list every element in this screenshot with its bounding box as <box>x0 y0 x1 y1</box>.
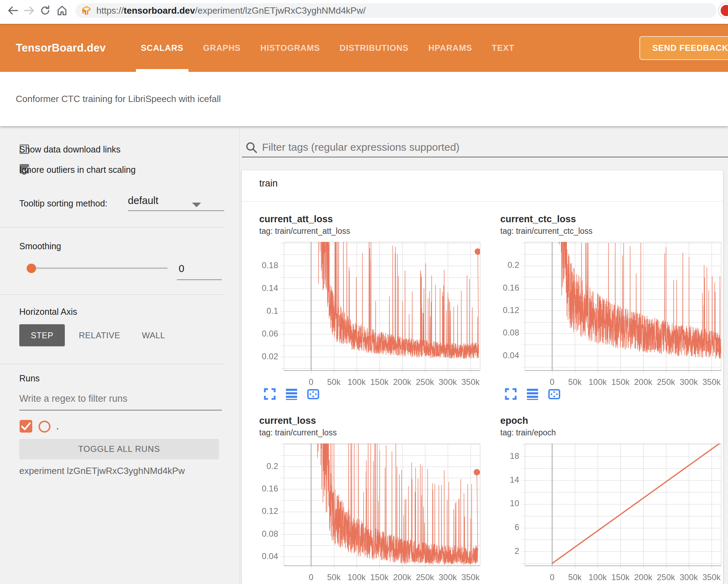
runs-selector-icon[interactable] <box>285 388 298 400</box>
tooltip-select-underline <box>128 210 224 211</box>
chart-current-ctc-loss: current_ctc_loss tag: train/current_ctc_… <box>490 210 725 406</box>
profile-avatar[interactable] <box>718 2 728 19</box>
chart-tag: tag: train/current_loss <box>259 428 337 437</box>
chart-canvas-epoch[interactable] <box>490 439 725 584</box>
card-divider <box>242 201 723 202</box>
runs-regex-underline <box>19 410 222 410</box>
runs-label: Runs <box>19 373 40 383</box>
experiment-title: Conformer CTC training for LibriSpeech w… <box>16 94 221 104</box>
reload-icon[interactable] <box>39 5 51 16</box>
page-root: https://tensorboard.dev/experiment/lzGnE… <box>0 0 728 584</box>
chart-canvas-current-ctc-loss[interactable] <box>490 238 725 386</box>
app-header: TensorBoard.dev SCALARS GRAPHS HISTOGRAM… <box>0 24 728 72</box>
forward-icon[interactable] <box>23 5 35 16</box>
chart-current-loss: current_loss tag: train/current_loss <box>249 411 484 584</box>
tab-text[interactable]: TEXT <box>482 24 524 72</box>
smoothing-slider-track[interactable] <box>31 267 167 269</box>
divider <box>0 294 224 295</box>
app-logo: TensorBoard.dev <box>16 24 106 72</box>
chart-epoch: epoch tag: train/epoch <box>490 411 725 584</box>
filter-tags-row <box>242 138 728 158</box>
chart-tag: tag: train/current_att_loss <box>259 226 350 236</box>
axis-step-button[interactable]: STEP <box>19 324 65 346</box>
checkmark-icon <box>20 420 32 433</box>
run-name: . <box>56 420 59 432</box>
back-icon[interactable] <box>7 5 19 16</box>
chart-current-att-loss: current_att_loss tag: train/current_att_… <box>249 210 484 406</box>
tensorboard-favicon <box>82 6 91 15</box>
chart-canvas-current-loss[interactable] <box>249 439 484 584</box>
tab-scalars[interactable]: SCALARS <box>131 24 193 72</box>
fit-domain-icon[interactable] <box>307 388 320 400</box>
filter-tags-input[interactable] <box>262 139 724 155</box>
chart-toolbar <box>504 388 561 400</box>
expand-chart-icon[interactable] <box>504 388 517 400</box>
run-visible-checkbox[interactable] <box>20 420 32 433</box>
chart-title: current_att_loss <box>259 214 333 225</box>
send-feedback-button[interactable]: SEND FEEDBACK <box>639 36 728 60</box>
tab-distributions[interactable]: DISTRIBUTIONS <box>330 24 418 72</box>
smoothing-label: Smoothing <box>19 241 61 251</box>
profile-avatar-badge <box>721 5 728 16</box>
experiment-subtitle-band: Conformer CTC training for LibriSpeech w… <box>0 72 728 126</box>
run-color-swatch[interactable] <box>39 421 50 433</box>
show-download-links-label: Show data download links <box>19 144 121 155</box>
fit-domain-icon[interactable] <box>548 388 561 400</box>
chart-title: current_ctc_loss <box>500 214 576 225</box>
expand-chart-icon[interactable] <box>263 388 276 400</box>
ignore-outliers-label: Ignore outliers in chart scaling <box>19 165 136 175</box>
settings-sidebar: Show data download links Ignore outliers… <box>0 126 240 584</box>
chart-tag: tag: train/epoch <box>500 428 556 437</box>
smoothing-value[interactable]: 0 <box>179 263 184 274</box>
tab-histograms[interactable]: HISTOGRAMS <box>250 24 330 72</box>
tab-graphs[interactable]: GRAPHS <box>193 24 250 72</box>
filter-tags-underline <box>242 157 728 157</box>
tooltip-sorting-label: Tooltip sorting method: <box>19 198 108 209</box>
divider <box>0 364 224 364</box>
chart-title: current_loss <box>259 415 316 426</box>
url-text: https://tensorboard.dev/experiment/lzGnE… <box>96 5 366 16</box>
horizontal-axis-label: Horizontal Axis <box>19 307 77 317</box>
tooltip-sorting-select[interactable]: default <box>128 195 158 206</box>
browser-toolbar: https://tensorboard.dev/experiment/lzGnE… <box>0 0 728 24</box>
tab-bar: SCALARS GRAPHS HISTOGRAMS DISTRIBUTIONS … <box>131 24 524 72</box>
toggle-all-runs-button[interactable]: TOGGLE ALL RUNS <box>19 439 219 459</box>
chevron-down-icon[interactable] <box>192 203 201 207</box>
chart-toolbar <box>263 388 320 400</box>
axis-wall-button[interactable]: WALL <box>142 324 165 346</box>
tag-group-title: train <box>259 178 278 189</box>
chart-tag: tag: train/current_ctc_loss <box>500 226 592 236</box>
search-icon <box>245 141 258 154</box>
chart-title: epoch <box>500 415 528 426</box>
tab-hparams[interactable]: HPARAMS <box>418 24 482 72</box>
chart-canvas-current-att-loss[interactable] <box>249 238 484 386</box>
divider <box>0 227 224 228</box>
smoothing-value-underline <box>177 279 222 280</box>
smoothing-slider-thumb[interactable] <box>27 264 36 273</box>
experiment-id-line: experiment lzGnETjwRxC3yghNMd4kPw <box>19 466 185 476</box>
home-icon[interactable] <box>56 5 68 16</box>
runs-regex-input[interactable] <box>19 391 222 407</box>
runs-selector-icon[interactable] <box>526 388 539 400</box>
axis-relative-button[interactable]: RELATIVE <box>79 324 120 346</box>
address-bar[interactable]: https://tensorboard.dev/experiment/lzGnE… <box>75 3 716 18</box>
